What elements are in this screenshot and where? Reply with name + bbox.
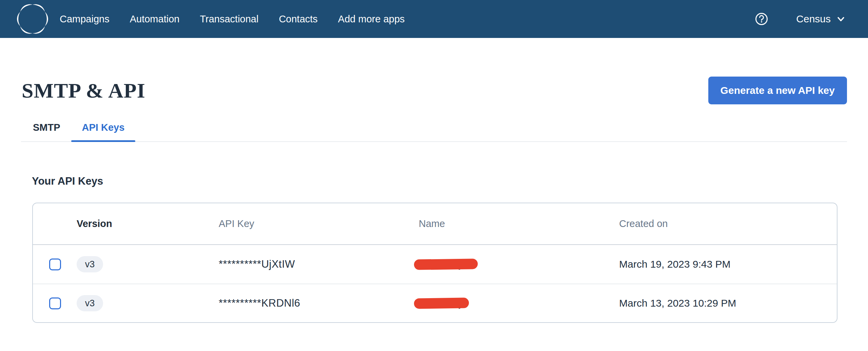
nav-item-automation[interactable]: Automation xyxy=(130,14,180,25)
title-row: SMTP & API Generate a new API key xyxy=(21,77,847,104)
header-spacer-checkbox xyxy=(33,203,77,244)
nav-item-transactional[interactable]: Transactional xyxy=(200,14,258,25)
nav-right-section: Census xyxy=(754,12,846,26)
row-checkbox[interactable] xyxy=(49,297,61,309)
table-row: v3 **********UjXtIW anton-key-2 March 19… xyxy=(33,245,837,284)
nav-item-contacts[interactable]: Contacts xyxy=(279,14,317,25)
tab-bar: SMTP API Keys xyxy=(21,122,847,142)
column-header-version: Version xyxy=(77,203,219,244)
table-row: v3 **********KRDNl6 anton-key March 13, … xyxy=(33,284,837,322)
generate-api-key-button[interactable]: Generate a new API key xyxy=(708,77,847,104)
api-keys-table: Version API Key Name Created on v3 *****… xyxy=(32,203,837,323)
column-header-created-on: Created on xyxy=(619,203,837,244)
nav-links: Campaigns Automation Transactional Conta… xyxy=(60,14,405,25)
main-content: SMTP & API Generate a new API key SMTP A… xyxy=(0,77,868,323)
section-heading-your-api-keys: Your API Keys xyxy=(21,175,847,187)
masked-api-key: **********KRDNl6 xyxy=(219,297,300,309)
nav-item-campaigns[interactable]: Campaigns xyxy=(60,14,110,25)
api-key-cell: **********KRDNl6 xyxy=(219,284,419,322)
brevo-pinwheel-logo-icon[interactable] xyxy=(16,3,49,35)
row-checkbox-cell xyxy=(33,245,77,284)
row-checkbox-cell xyxy=(33,284,77,322)
api-key-cell: **********UjXtIW xyxy=(219,245,419,284)
api-key-name: anton-key xyxy=(419,297,463,309)
account-name: Census xyxy=(796,13,831,25)
version-cell: v3 xyxy=(77,284,219,322)
created-on-cell: March 19, 2023 9:43 PM xyxy=(619,245,837,284)
masked-api-key: **********UjXtIW xyxy=(219,258,295,270)
help-icon[interactable] xyxy=(754,12,769,26)
row-checkbox[interactable] xyxy=(49,259,61,270)
api-key-name: anton-key-2 xyxy=(419,259,472,270)
tab-api-keys[interactable]: API Keys xyxy=(71,122,136,141)
tab-smtp[interactable]: SMTP xyxy=(22,122,71,141)
column-header-api-key: API Key xyxy=(219,203,419,244)
account-menu[interactable]: Census xyxy=(796,13,846,25)
version-badge: v3 xyxy=(77,256,103,272)
version-badge: v3 xyxy=(77,295,103,311)
created-on-date: March 19, 2023 9:43 PM xyxy=(619,259,731,270)
top-navigation-bar: Campaigns Automation Transactional Conta… xyxy=(0,0,868,38)
version-cell: v3 xyxy=(77,245,219,284)
smtp-api-settings-page: Campaigns Automation Transactional Conta… xyxy=(0,0,868,351)
name-cell: anton-key-2 xyxy=(419,245,619,284)
created-on-date: March 13, 2023 10:29 PM xyxy=(619,297,736,309)
chevron-down-icon xyxy=(836,14,846,24)
page-title: SMTP & API xyxy=(21,79,145,103)
question-mark-circle-icon xyxy=(755,12,768,26)
created-on-cell: March 13, 2023 10:29 PM xyxy=(619,284,837,322)
nav-item-add-more-apps[interactable]: Add more apps xyxy=(338,14,405,25)
name-cell: anton-key xyxy=(419,284,619,322)
pinwheel-logo-svg xyxy=(16,3,49,35)
table-header-row: Version API Key Name Created on xyxy=(33,203,837,245)
column-header-name: Name xyxy=(419,203,619,244)
